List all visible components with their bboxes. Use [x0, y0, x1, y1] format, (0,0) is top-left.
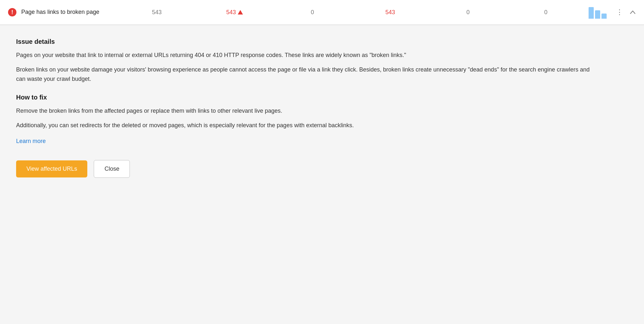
bar-2 [595, 10, 600, 19]
trend-up-icon [238, 10, 243, 14]
header-actions: ⋮ [610, 8, 636, 16]
issue-details-paragraph-2: Broken links on your website damage your… [16, 65, 596, 84]
stat-new: 543 [196, 9, 274, 16]
stat-ignored: 0 [429, 9, 507, 16]
how-to-fix-paragraph-1: Remove the broken links from the affecte… [16, 106, 596, 116]
bar-3 [601, 14, 607, 19]
header-row: ! Page has links to broken page 543 543 … [0, 0, 644, 25]
how-to-fix-title: How to fix [16, 94, 628, 101]
header-stats: 543 543 0 543 0 0 [118, 6, 610, 19]
close-button[interactable]: Close [94, 160, 130, 178]
error-icon: ! [8, 8, 17, 17]
issue-details-paragraph-1: Pages on your website that link to inter… [16, 51, 596, 60]
view-affected-urls-button[interactable]: View affected URLs [16, 160, 87, 177]
button-row: View affected URLs Close [16, 160, 628, 178]
how-to-fix-section: How to fix Remove the broken links from … [16, 94, 628, 145]
svg-text:!: ! [11, 9, 13, 15]
bar-1 [589, 7, 594, 19]
issue-details-title: Issue details [16, 38, 628, 45]
issue-details-section: Issue details Pages on your website that… [16, 38, 628, 83]
stat-fixed: 0 [274, 9, 351, 16]
page-container: ! Page has links to broken page 543 543 … [0, 0, 644, 324]
stat-total: 543 [118, 9, 196, 16]
issue-title: Page has links to broken page [21, 8, 118, 16]
bar-chart [585, 6, 610, 19]
stat-other: 0 [507, 9, 585, 16]
how-to-fix-paragraph-2: Additionally, you can set redirects for … [16, 121, 596, 130]
content-area: Issue details Pages on your website that… [0, 25, 644, 191]
more-options-icon[interactable]: ⋮ [616, 8, 623, 16]
stat-broken: 543 [351, 9, 429, 16]
learn-more-link[interactable]: Learn more [16, 138, 46, 145]
collapse-icon[interactable] [629, 9, 636, 16]
